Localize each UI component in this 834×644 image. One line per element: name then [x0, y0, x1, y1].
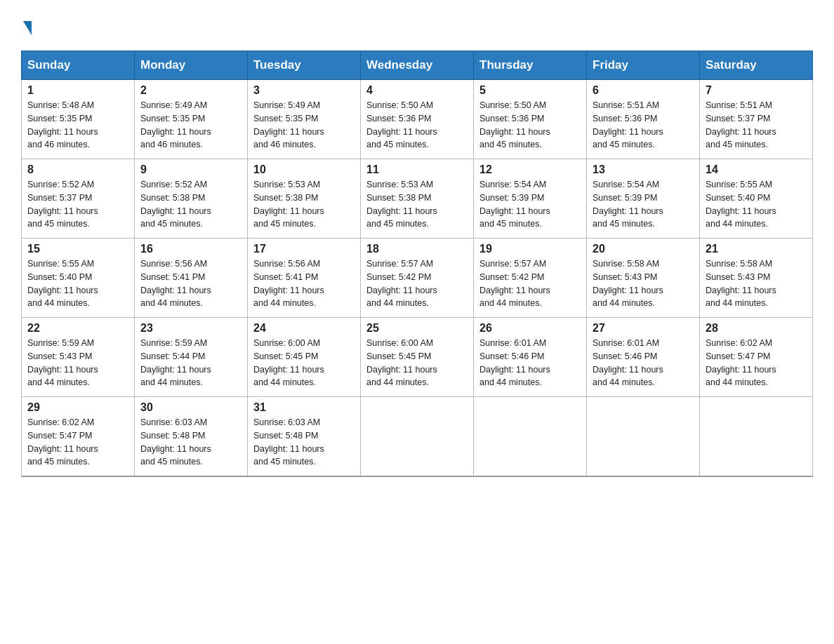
week-row-3: 15 Sunrise: 5:55 AM Sunset: 5:40 PM Dayl…: [22, 239, 813, 318]
calendar-cell: 20 Sunrise: 5:58 AM Sunset: 5:43 PM Dayl…: [587, 239, 700, 318]
day-info: Sunrise: 5:55 AM Sunset: 5:40 PM Dayligh…: [27, 257, 128, 310]
calendar-cell: 27 Sunrise: 6:01 AM Sunset: 5:46 PM Dayl…: [587, 318, 700, 397]
calendar-cell: [587, 397, 700, 477]
calendar-cell: 5 Sunrise: 5:50 AM Sunset: 5:36 PM Dayli…: [474, 80, 587, 159]
calendar-cell: 11 Sunrise: 5:53 AM Sunset: 5:38 PM Dayl…: [361, 159, 474, 239]
day-number: 20: [593, 243, 694, 255]
day-info: Sunrise: 6:00 AM Sunset: 5:45 PM Dayligh…: [253, 337, 355, 389]
day-number: 25: [366, 322, 468, 335]
day-number: 18: [366, 243, 468, 255]
calendar-cell: 30 Sunrise: 6:03 AM Sunset: 5:48 PM Dayl…: [135, 397, 248, 477]
day-number: 19: [479, 243, 581, 255]
calendar-cell: 1 Sunrise: 5:48 AM Sunset: 5:35 PM Dayli…: [22, 80, 135, 159]
week-row-2: 8 Sunrise: 5:52 AM Sunset: 5:37 PM Dayli…: [22, 159, 813, 239]
day-info: Sunrise: 5:53 AM Sunset: 5:38 PM Dayligh…: [253, 178, 355, 231]
day-number: 22: [27, 322, 128, 335]
day-info: Sunrise: 5:53 AM Sunset: 5:38 PM Dayligh…: [366, 178, 468, 231]
day-info: Sunrise: 6:00 AM Sunset: 5:45 PM Dayligh…: [366, 337, 468, 389]
calendar-cell: 3 Sunrise: 5:49 AM Sunset: 5:35 PM Dayli…: [248, 80, 361, 159]
week-row-1: 1 Sunrise: 5:48 AM Sunset: 5:35 PM Dayli…: [22, 80, 813, 159]
calendar-cell: 18 Sunrise: 5:57 AM Sunset: 5:42 PM Dayl…: [361, 239, 474, 318]
weekday-header-saturday: Saturday: [700, 51, 813, 80]
week-row-4: 22 Sunrise: 5:59 AM Sunset: 5:43 PM Dayl…: [22, 318, 813, 397]
day-number: 15: [27, 243, 128, 255]
calendar-cell: [361, 397, 474, 477]
logo: [21, 14, 32, 36]
day-info: Sunrise: 6:02 AM Sunset: 5:47 PM Dayligh…: [27, 416, 128, 469]
day-number: 2: [140, 84, 241, 97]
week-row-5: 29 Sunrise: 6:02 AM Sunset: 5:47 PM Dayl…: [22, 397, 813, 477]
calendar-cell: 4 Sunrise: 5:50 AM Sunset: 5:36 PM Dayli…: [361, 80, 474, 159]
calendar-table: SundayMondayTuesdayWednesdayThursdayFrid…: [21, 51, 813, 477]
calendar-cell: 9 Sunrise: 5:52 AM Sunset: 5:38 PM Dayli…: [135, 159, 248, 239]
calendar-cell: 23 Sunrise: 5:59 AM Sunset: 5:44 PM Dayl…: [135, 318, 248, 397]
day-info: Sunrise: 5:59 AM Sunset: 5:44 PM Dayligh…: [140, 337, 241, 389]
day-info: Sunrise: 6:02 AM Sunset: 5:47 PM Dayligh…: [706, 337, 807, 389]
day-info: Sunrise: 6:01 AM Sunset: 5:46 PM Dayligh…: [479, 337, 581, 389]
weekday-header-thursday: Thursday: [474, 51, 587, 80]
weekday-header-tuesday: Tuesday: [248, 51, 361, 80]
day-info: Sunrise: 5:59 AM Sunset: 5:43 PM Dayligh…: [27, 337, 128, 389]
day-info: Sunrise: 5:58 AM Sunset: 5:43 PM Dayligh…: [706, 257, 807, 310]
weekday-header-sunday: Sunday: [22, 51, 135, 80]
day-number: 11: [366, 163, 468, 176]
calendar-cell: 12 Sunrise: 5:54 AM Sunset: 5:39 PM Dayl…: [474, 159, 587, 239]
logo-triangle-icon: [23, 21, 32, 35]
weekday-header-row: SundayMondayTuesdayWednesdayThursdayFrid…: [22, 51, 813, 80]
day-info: Sunrise: 5:49 AM Sunset: 5:35 PM Dayligh…: [253, 99, 355, 152]
calendar-cell: 7 Sunrise: 5:51 AM Sunset: 5:37 PM Dayli…: [700, 80, 813, 159]
calendar-cell: 29 Sunrise: 6:02 AM Sunset: 5:47 PM Dayl…: [22, 397, 135, 477]
calendar-cell: 25 Sunrise: 6:00 AM Sunset: 5:45 PM Dayl…: [361, 318, 474, 397]
calendar-cell: 10 Sunrise: 5:53 AM Sunset: 5:38 PM Dayl…: [248, 159, 361, 239]
calendar-cell: 16 Sunrise: 5:56 AM Sunset: 5:41 PM Dayl…: [135, 239, 248, 318]
calendar-cell: 31 Sunrise: 6:03 AM Sunset: 5:48 PM Dayl…: [248, 397, 361, 477]
calendar-cell: [700, 397, 813, 477]
calendar-cell: 19 Sunrise: 5:57 AM Sunset: 5:42 PM Dayl…: [474, 239, 587, 318]
calendar-cell: 24 Sunrise: 6:00 AM Sunset: 5:45 PM Dayl…: [248, 318, 361, 397]
day-number: 27: [593, 322, 694, 335]
day-info: Sunrise: 5:57 AM Sunset: 5:42 PM Dayligh…: [366, 257, 468, 310]
day-number: 12: [479, 163, 581, 176]
weekday-header-friday: Friday: [587, 51, 700, 80]
day-number: 7: [706, 84, 807, 97]
day-number: 3: [253, 84, 355, 97]
calendar-cell: 15 Sunrise: 5:55 AM Sunset: 5:40 PM Dayl…: [22, 239, 135, 318]
page-header: [21, 14, 813, 36]
day-number: 10: [253, 163, 355, 176]
logo-blue-text: [21, 21, 32, 36]
day-number: 28: [706, 322, 807, 335]
day-number: 8: [27, 163, 128, 176]
day-number: 1: [27, 84, 128, 97]
day-number: 13: [593, 163, 694, 176]
day-info: Sunrise: 5:48 AM Sunset: 5:35 PM Dayligh…: [27, 99, 128, 152]
day-info: Sunrise: 6:01 AM Sunset: 5:46 PM Dayligh…: [593, 337, 694, 389]
day-number: 30: [140, 401, 241, 414]
day-number: 6: [593, 84, 694, 97]
day-info: Sunrise: 5:52 AM Sunset: 5:37 PM Dayligh…: [27, 178, 128, 231]
day-info: Sunrise: 5:55 AM Sunset: 5:40 PM Dayligh…: [706, 178, 807, 231]
day-number: 31: [253, 401, 355, 414]
calendar-cell: 14 Sunrise: 5:55 AM Sunset: 5:40 PM Dayl…: [700, 159, 813, 239]
calendar-cell: 17 Sunrise: 5:56 AM Sunset: 5:41 PM Dayl…: [248, 239, 361, 318]
day-number: 17: [253, 243, 355, 255]
day-info: Sunrise: 5:54 AM Sunset: 5:39 PM Dayligh…: [479, 178, 581, 231]
calendar-cell: 21 Sunrise: 5:58 AM Sunset: 5:43 PM Dayl…: [700, 239, 813, 318]
calendar-cell: 22 Sunrise: 5:59 AM Sunset: 5:43 PM Dayl…: [22, 318, 135, 397]
weekday-header-monday: Monday: [135, 51, 248, 80]
day-info: Sunrise: 5:58 AM Sunset: 5:43 PM Dayligh…: [593, 257, 694, 310]
day-number: 23: [140, 322, 241, 335]
day-info: Sunrise: 5:52 AM Sunset: 5:38 PM Dayligh…: [140, 178, 241, 231]
calendar-cell: 13 Sunrise: 5:54 AM Sunset: 5:39 PM Dayl…: [587, 159, 700, 239]
calendar-cell: 8 Sunrise: 5:52 AM Sunset: 5:37 PM Dayli…: [22, 159, 135, 239]
day-info: Sunrise: 5:56 AM Sunset: 5:41 PM Dayligh…: [253, 257, 355, 310]
day-number: 4: [366, 84, 468, 97]
day-info: Sunrise: 5:57 AM Sunset: 5:42 PM Dayligh…: [479, 257, 581, 310]
calendar-cell: 28 Sunrise: 6:02 AM Sunset: 5:47 PM Dayl…: [700, 318, 813, 397]
day-info: Sunrise: 5:50 AM Sunset: 5:36 PM Dayligh…: [366, 99, 468, 152]
day-number: 29: [27, 401, 128, 414]
day-number: 16: [140, 243, 241, 255]
day-number: 5: [479, 84, 581, 97]
day-info: Sunrise: 5:54 AM Sunset: 5:39 PM Dayligh…: [593, 178, 694, 231]
day-number: 14: [706, 163, 807, 176]
day-info: Sunrise: 6:03 AM Sunset: 5:48 PM Dayligh…: [253, 416, 355, 469]
